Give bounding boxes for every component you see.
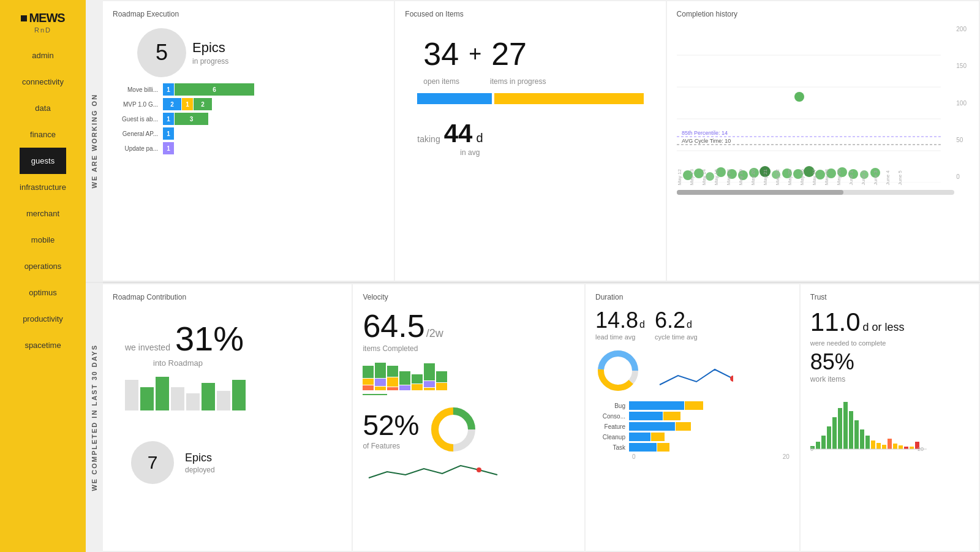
- y-axis: 200 150 100 50 0: [954, 23, 969, 183]
- sidebar-item-finance[interactable]: finance: [20, 121, 66, 148]
- bottom-vertical-label: WE COMPLETED IN LAST 30 DAYS: [86, 283, 103, 552]
- svg-rect-48: [876, 443, 881, 449]
- lead-label: lead time avg: [595, 333, 645, 341]
- svg-rect-54: [910, 447, 914, 449]
- sidebar-item-merchant[interactable]: merchant: [20, 200, 66, 227]
- progress-bar: [417, 93, 643, 104]
- bar-row: MVP 1.0 G...212: [119, 98, 384, 110]
- features-row: 52% of Features: [363, 405, 575, 454]
- contrib-bar-3: [156, 377, 169, 410]
- contrib-bar-4: [171, 387, 184, 410]
- bar-label: General AP...: [119, 130, 163, 137]
- svg-text:AVG Cycle Time: 10: AVG Cycle Time: 10: [682, 138, 731, 144]
- type-x-axis: 0 20: [595, 453, 790, 460]
- trust-d-label: d or less: [863, 321, 905, 334]
- svg-rect-49: [882, 445, 886, 449]
- scrollbar-thumb[interactable]: [677, 190, 843, 195]
- sidebar-item-infrastructure[interactable]: infrastructure: [20, 174, 66, 200]
- bar-segment: 1: [163, 142, 174, 154]
- velocity-title: Velocity: [363, 293, 575, 301]
- bar-segment: 1: [163, 127, 174, 140]
- bar-segment: 2: [163, 98, 181, 110]
- trust-pct: 85%: [810, 349, 854, 375]
- sidebar-item-guests[interactable]: guests: [20, 148, 66, 174]
- svg-rect-47: [871, 440, 875, 449]
- roadmap-bar-chart: Move billi...16MVP 1.0 G...212Guest is a…: [113, 83, 384, 154]
- epics-circle: 5: [137, 28, 186, 77]
- epics-bottom: 7 Epics deployed: [113, 429, 342, 484]
- bar-label: Update pa...: [119, 145, 163, 152]
- sidebar-item-mobile[interactable]: mobile: [20, 227, 66, 253]
- completion-chart-area: 200 150 100 50 0: [677, 23, 969, 195]
- type-bug: Bug: [595, 401, 790, 410]
- epics-info-bottom: Epics deployed: [185, 452, 215, 474]
- duration-numbers: 14.8 d lead time avg 6.2 d cycle time av…: [595, 308, 790, 341]
- sidebar-item-operations[interactable]: operations: [20, 253, 66, 279]
- sidebar-item-connectivity[interactable]: connectivity: [20, 69, 66, 95]
- type-bars: Bug Conso... Feature: [595, 401, 790, 460]
- sidebar-item-admin[interactable]: admin: [20, 42, 66, 69]
- bar-row: Update pa...1: [119, 142, 384, 154]
- svg-rect-39: [827, 426, 831, 449]
- sidebar-item-spacetime[interactable]: spacetime: [20, 332, 66, 358]
- svg-rect-52: [899, 445, 903, 449]
- bar-segment: 1: [182, 98, 193, 110]
- roadmap-execution-panel: Roadmap Execution 5 Epics in progress Mo…: [103, 1, 394, 281]
- bar-label: Move billi...: [119, 86, 163, 93]
- pb-yellow: [494, 93, 643, 104]
- trust-title: Trust: [810, 293, 969, 301]
- bottom-section-row: WE COMPLETED IN LAST 30 DAYS Roadmap Con…: [86, 283, 980, 552]
- top-panels: Roadmap Execution 5 Epics in progress Mo…: [103, 0, 980, 282]
- contribution-panel: Roadmap Contribution we invested 31% int…: [103, 284, 352, 551]
- sidebar-item-optimus[interactable]: optimus: [20, 279, 66, 306]
- velocity-number-row: 64.5 /2w: [363, 308, 575, 344]
- svg-rect-38: [821, 436, 826, 449]
- epics-word: Epics: [192, 40, 228, 56]
- velocity-trend-line: [363, 456, 575, 484]
- velocity-items-label: items Completed: [363, 344, 575, 353]
- svg-rect-44: [854, 420, 859, 449]
- sidebar-item-productivity[interactable]: productivity: [20, 306, 66, 332]
- x-axis-labels: May 12 May 13 May 14 May 15 May 18 May 1…: [677, 169, 954, 185]
- velocity-line-indicator: [363, 394, 387, 395]
- nav-menu: adminconnectivitydatafinanceguestsinfras…: [20, 42, 66, 358]
- top-vertical-label: WE ARE WORKING ON: [86, 0, 103, 282]
- bar-segment: 2: [194, 98, 212, 110]
- cycle-num: 6.2: [655, 308, 685, 333]
- contrib-bar-7: [217, 391, 230, 410]
- epics-circle-bottom: 7: [131, 441, 174, 484]
- svg-rect-41: [838, 408, 842, 449]
- velocity-denom: /2w: [426, 327, 443, 340]
- duration-donuts: [595, 348, 790, 394]
- svg-point-31: [477, 467, 481, 472]
- scrollbar-track[interactable]: [677, 190, 954, 195]
- svg-text:20: 20: [918, 446, 924, 451]
- svg-rect-40: [832, 417, 837, 449]
- logo-square-icon: [21, 15, 27, 21]
- completion-chart-svg: 85th Percentile: 14 AVG Cycle Time: 10: [677, 23, 955, 183]
- svg-rect-37: [816, 442, 820, 449]
- trust-histogram: 0 20: [810, 390, 927, 451]
- open-label: open items: [423, 77, 459, 86]
- sidebar-item-data[interactable]: data: [20, 95, 66, 121]
- bar-label: MVP 1.0 G...: [119, 101, 163, 108]
- epics-info: Epics in progress: [192, 40, 228, 66]
- svg-rect-50: [888, 439, 892, 449]
- contrib-bar-6: [202, 383, 215, 410]
- pb-blue: [417, 93, 492, 104]
- completion-title: Completion history: [677, 10, 969, 18]
- main-content: WE ARE WORKING ON Roadmap Execution 5 Ep…: [86, 0, 980, 552]
- completion-history-panel: Completion history 200 150 100 50 0: [667, 1, 979, 281]
- duration-title: Duration: [595, 293, 790, 301]
- svg-rect-51: [893, 444, 897, 449]
- contribution-title: Roadmap Contribution: [113, 293, 342, 301]
- cycle-label: cycle time avg: [655, 333, 698, 341]
- open-items-num: 34: [423, 36, 459, 72]
- bar-container: 1: [163, 127, 174, 140]
- into-roadmap-label: into Roadmap: [113, 358, 342, 368]
- in-avg-label: in avg: [405, 148, 655, 157]
- bar-container: 13: [163, 113, 208, 125]
- logo-text: MEWS: [21, 11, 64, 25]
- type-feature: Feature: [595, 422, 790, 431]
- svg-rect-53: [904, 447, 908, 449]
